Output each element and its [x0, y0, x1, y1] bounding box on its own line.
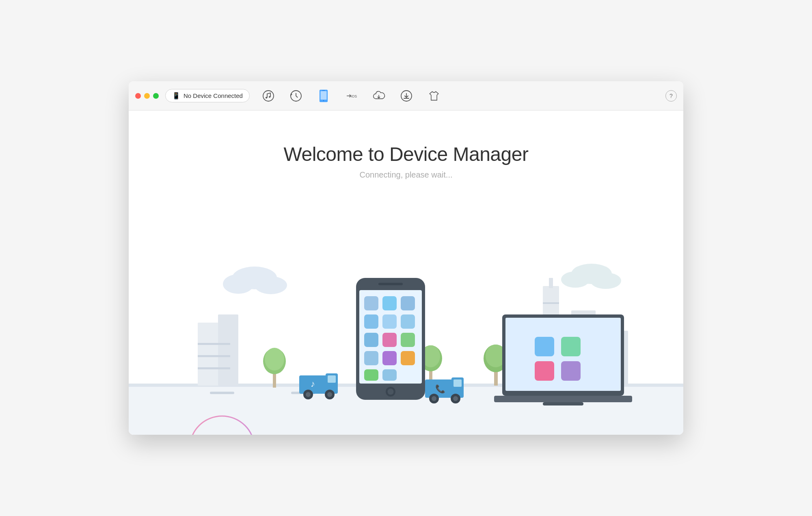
laptop [494, 314, 632, 405]
svg-point-87 [306, 392, 311, 397]
nav-icons: iOS [259, 87, 665, 105]
maximize-button[interactable] [153, 93, 159, 99]
svg-rect-59 [561, 361, 581, 381]
svg-rect-27 [198, 355, 230, 357]
svg-rect-64 [378, 283, 403, 285]
svg-point-66 [387, 388, 394, 395]
svg-point-97 [453, 396, 458, 401]
smartphone [356, 278, 425, 400]
svg-text:📞: 📞 [435, 384, 445, 394]
svg-rect-80 [382, 369, 397, 381]
nav-ios-transfer-button[interactable]: iOS [342, 87, 360, 105]
scene-svg: ♫ ♪ [129, 196, 683, 435]
svg-rect-37 [543, 302, 559, 304]
svg-rect-73 [364, 333, 378, 347]
close-button[interactable] [135, 93, 141, 99]
svg-rect-61 [543, 402, 583, 405]
svg-rect-67 [364, 296, 378, 310]
svg-point-22 [561, 271, 590, 288]
svg-rect-56 [535, 337, 554, 356]
svg-point-1 [266, 97, 267, 98]
svg-rect-77 [382, 351, 397, 365]
svg-point-95 [432, 396, 436, 401]
device-selector-label: No Device Connected [184, 92, 243, 99]
svg-rect-69 [401, 296, 415, 310]
welcome-title: Welcome to Device Manager [284, 143, 529, 165]
svg-text:♪: ♪ [311, 379, 315, 389]
app-window: 📱 No Device Connected [129, 81, 683, 435]
svg-rect-7 [322, 90, 325, 91]
svg-rect-70 [364, 314, 378, 329]
svg-point-2 [269, 96, 270, 98]
svg-point-20 [255, 276, 287, 294]
traffic-lights [135, 93, 159, 99]
svg-text:♫: ♫ [211, 429, 233, 435]
svg-rect-78 [401, 351, 415, 365]
svg-rect-5 [320, 91, 326, 100]
nav-ringtone-button[interactable] [425, 87, 443, 105]
welcome-subtitle: Connecting, please wait... [284, 170, 529, 180]
svg-rect-79 [364, 369, 378, 381]
help-label: ? [669, 93, 673, 99]
device-selector[interactable]: 📱 No Device Connected [165, 89, 250, 102]
svg-point-44 [265, 348, 284, 371]
svg-rect-93 [454, 379, 462, 387]
svg-rect-13 [210, 392, 234, 394]
svg-rect-74 [382, 333, 397, 347]
svg-point-89 [327, 392, 332, 397]
svg-text:iOS: iOS [351, 94, 357, 98]
nav-device-button[interactable] [315, 87, 333, 105]
svg-point-0 [263, 91, 274, 101]
svg-rect-28 [198, 367, 230, 369]
minimize-button[interactable] [144, 93, 150, 99]
svg-rect-76 [364, 351, 378, 365]
svg-rect-26 [198, 343, 230, 345]
svg-rect-58 [535, 361, 554, 381]
svg-rect-72 [401, 314, 415, 329]
tree-left-1 [263, 348, 286, 388]
welcome-section: Welcome to Device Manager Connecting, pl… [284, 143, 529, 180]
svg-rect-60 [494, 396, 632, 402]
device-selector-icon: 📱 [172, 92, 180, 100]
svg-point-6 [323, 100, 324, 101]
illustration: ♫ ♪ [129, 196, 683, 435]
help-button[interactable]: ? [665, 90, 677, 102]
svg-rect-25 [218, 314, 238, 386]
svg-rect-36 [549, 278, 553, 288]
nav-backup-button[interactable] [287, 87, 305, 105]
titlebar: 📱 No Device Connected [129, 81, 683, 111]
svg-rect-71 [382, 314, 397, 329]
nav-cloud-button[interactable] [370, 87, 388, 105]
svg-rect-75 [401, 333, 415, 347]
svg-rect-68 [382, 296, 397, 310]
nav-download-button[interactable] [397, 87, 415, 105]
main-content: Welcome to Device Manager Connecting, pl… [129, 111, 683, 435]
svg-point-23 [590, 273, 621, 289]
svg-point-19 [223, 274, 254, 294]
svg-rect-57 [561, 337, 581, 356]
svg-rect-85 [328, 375, 336, 383]
nav-music-button[interactable] [259, 87, 277, 105]
